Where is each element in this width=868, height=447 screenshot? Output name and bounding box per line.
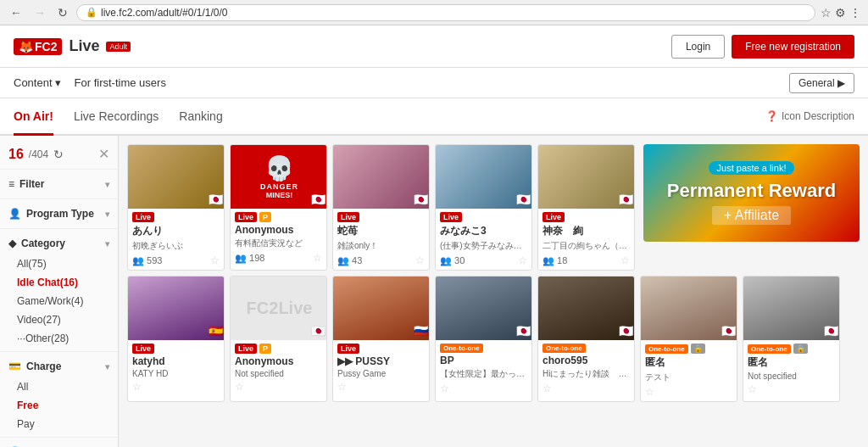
category-section: ◆ Category ▾ All(75) Idle Chat(16) Game/… — [0, 228, 118, 351]
sidebar: 16 /404 ↻ ✕ ≡ Filter ▾ 👤 Program Type ▾ … — [0, 136, 119, 447]
refresh-button[interactable]: ↻ — [53, 148, 64, 161]
nav-first-time[interactable]: For first-time users — [75, 70, 166, 96]
stream-badges-hebi: Live — [337, 212, 425, 222]
ad-banner: Just paste a link! Permanent Reward + Af… — [643, 144, 860, 242]
language-header[interactable]: 🌐 language ▾ — [0, 441, 118, 447]
stream-thumb-anon1: 🇯🇵 — [641, 277, 737, 340]
nav-right: General ▶ — [789, 73, 854, 93]
charge-all[interactable]: All — [0, 377, 118, 396]
tab-live-recordings[interactable]: Live Recordings — [74, 99, 159, 136]
stream-name-anonymous1: Anonymous — [235, 224, 322, 236]
flag-jp: 🇯🇵 — [824, 324, 838, 338]
stream-thumb-anonymous2: FC2Live 🇯🇵 — [231, 277, 327, 340]
tab-on-air[interactable]: On Air! — [14, 99, 53, 136]
stream-meta-pussy: ☆ — [337, 381, 425, 393]
program-type-header[interactable]: 👤 Program Type ▾ — [0, 203, 118, 225]
star-hebi[interactable]: ☆ — [415, 254, 425, 266]
category-game-work[interactable]: Game/Work(4) — [0, 292, 118, 310]
tab-ranking[interactable]: Ranking — [179, 99, 222, 136]
star-anon1[interactable]: ☆ — [645, 386, 654, 398]
stream-thumb-pussy: 🇷🇺 — [333, 277, 430, 340]
star-choro[interactable]: ☆ — [542, 383, 552, 394]
nav-bar: Content ▾ For first-time users General ▶ — [0, 68, 868, 98]
stream-card-kanna[interactable]: 🇯🇵 Live 神奈 絢 二丁目の絢ちゃん（Hないよ） 👥 18 ☆ — [537, 144, 635, 271]
category-header[interactable]: ◆ Category ▾ — [0, 232, 118, 254]
forward-button[interactable]: → — [31, 4, 49, 21]
stream-card-anri[interactable]: 🇯🇵 Live あんり 初晩ぎらいぶ 👥 593 ☆ — [127, 144, 225, 271]
stream-card-bp[interactable]: 🇯🇵 One-to-one BP 【女性限定】最かったっ飲みます ☆ — [435, 276, 532, 402]
flag-ru: 🇷🇺 — [414, 324, 428, 338]
badge-live: Live — [235, 344, 257, 354]
flag-jp: 🇯🇵 — [619, 324, 633, 338]
extensions-button[interactable]: ⚙ — [835, 6, 846, 20]
mines-text: MINES! — [266, 191, 293, 199]
stream-info-bp: One-to-one BP 【女性限定】最かったっ飲みます ☆ — [436, 340, 531, 398]
category-other[interactable]: ···Other(28) — [0, 329, 118, 348]
adult-badge: Adult — [106, 42, 131, 52]
charge-pay[interactable]: Pay — [0, 415, 118, 433]
star-minami[interactable]: ☆ — [518, 254, 527, 266]
star-anonymous1[interactable]: ☆ — [313, 252, 322, 264]
stream-name-choro: choro595 — [542, 355, 630, 366]
category-all[interactable]: All(75) — [0, 254, 118, 273]
flag-jp: 🇯🇵 — [209, 193, 223, 206]
stream-card-anonymous1[interactable]: 💀 DANGER MINES! 🇯🇵 Live P Anonymous 有料配信… — [230, 144, 327, 271]
star-pussy[interactable]: ☆ — [337, 381, 347, 393]
category-video[interactable]: Video(27) — [0, 310, 118, 329]
close-sidebar-button[interactable]: ✕ — [98, 146, 109, 162]
flag-jp: 🇯🇵 — [311, 324, 326, 338]
back-button[interactable]: ← — [7, 4, 25, 21]
logo-fc2[interactable]: 🦊 FC2 — [14, 38, 62, 55]
filter-header[interactable]: ≡ Filter ▾ — [0, 173, 118, 195]
star-anonymous2[interactable]: ☆ — [235, 381, 244, 393]
star-anri[interactable]: ☆ — [210, 254, 220, 266]
charge-header[interactable]: 💳 Charge ▾ — [0, 355, 118, 377]
stream-name-pussy: ▶▶ PUSSY — [337, 355, 425, 367]
address-bar[interactable]: 🔒 live.fc2.com/adult/#0/1/1/0/0 — [76, 4, 815, 21]
ad-banner-wrapper[interactable]: Just paste a link! Permanent Reward + Af… — [643, 144, 860, 242]
reload-button[interactable]: ↻ — [54, 4, 71, 21]
badge-p: P — [259, 344, 271, 354]
stream-desc-choro: Hiにまったり雑談 ムテムラして — [542, 368, 630, 380]
icon-description-link[interactable]: ❓ Icon Description — [765, 110, 854, 122]
filter-arrow: ▾ — [105, 180, 109, 189]
sidebar-count: 16 /404 ↻ ✕ — [0, 142, 118, 169]
stream-card-pussy[interactable]: 🇷🇺 Live ▶▶ PUSSY Pussy Game ☆ — [332, 276, 430, 402]
star-bp[interactable]: ☆ — [440, 383, 449, 394]
login-button[interactable]: Login — [671, 35, 725, 59]
flag-jp: 🇯🇵 — [619, 193, 633, 206]
star-kanna[interactable]: ☆ — [620, 254, 630, 266]
category-idle-chat[interactable]: Idle Chat(16) — [0, 273, 118, 292]
stream-badges-anon2: One-to-one 🔒 — [748, 344, 835, 354]
stream-card-anon2[interactable]: 🇯🇵 One-to-one 🔒 匿名 Not specified ☆ — [743, 276, 840, 402]
badge-live: Live — [132, 344, 154, 354]
stream-name-anri: あんり — [132, 224, 220, 238]
stream-desc-anri: 初晩ぎらいぶ — [132, 240, 220, 252]
menu-button[interactable]: ⋮ — [849, 6, 861, 20]
bookmark-button[interactable]: ☆ — [821, 6, 832, 20]
stream-card-anon1[interactable]: 🇯🇵 One-to-one 🔒 匿名 テスト ☆ — [640, 276, 737, 402]
star-katyhd[interactable]: ☆ — [132, 381, 142, 393]
stream-name-hebi: 蛇苺 — [337, 224, 425, 238]
star-anon2[interactable]: ☆ — [748, 383, 757, 395]
stream-desc-katyhd: KATY HD — [132, 369, 220, 378]
viewer-count-hebi: 👥 43 — [337, 255, 362, 266]
nav-content[interactable]: Content ▾ — [14, 70, 61, 96]
badge-one-to-one: One-to-one — [440, 344, 483, 353]
program-type-label: Program Type — [26, 208, 94, 220]
stream-card-katyhd[interactable]: 🇪🇸 Live katyhd KATY HD ☆ — [127, 276, 225, 402]
stream-card-hebi[interactable]: 🇯🇵 Live 蛇苺 雑談only！ 👥 43 ☆ — [332, 144, 430, 271]
stream-thumb-anon2: 🇯🇵 — [743, 277, 840, 340]
general-button[interactable]: General ▶ — [789, 73, 854, 93]
stream-card-anonymous2[interactable]: FC2Live 🇯🇵 Live P Anonymous Not specifie… — [230, 276, 327, 402]
charge-free[interactable]: Free — [0, 396, 118, 415]
stream-badges-bp: One-to-one — [440, 344, 527, 353]
stream-name-anon1: 匿名 — [645, 355, 732, 370]
flag-jp: 🇯🇵 — [721, 324, 736, 338]
badge-live: Live — [235, 212, 257, 222]
stream-card-choro[interactable]: 🇯🇵 One-to-one choro595 Hiにまったり雑談 ムテムラして … — [537, 276, 635, 402]
stream-desc-anon1: テスト — [645, 372, 732, 383]
stream-card-minami[interactable]: 🇯🇵 Live みなみこ3 (仕事)女勢子みなみこ 空飲み 👥 30 ☆ — [435, 144, 532, 271]
register-button[interactable]: Free new registration — [732, 35, 854, 59]
lock-badge: 🔒 — [793, 344, 808, 354]
